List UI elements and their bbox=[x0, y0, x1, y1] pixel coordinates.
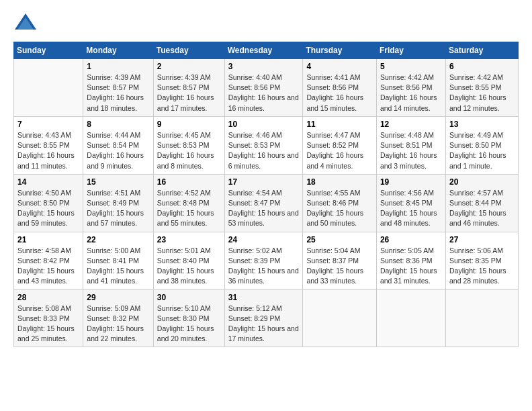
day-info: Sunrise: 5:00 AMSunset: 8:41 PMDaylight:… bbox=[87, 246, 149, 287]
day-info: Sunrise: 5:05 AMSunset: 8:36 PMDaylight:… bbox=[380, 246, 442, 287]
day-number: 31 bbox=[228, 293, 300, 302]
header-cell-sunday: Sunday bbox=[14, 42, 83, 59]
day-number: 8 bbox=[87, 120, 149, 129]
day-cell: 23Sunrise: 5:01 AMSunset: 8:40 PMDayligh… bbox=[153, 232, 224, 289]
header bbox=[13, 11, 519, 35]
day-cell: 30Sunrise: 5:10 AMSunset: 8:30 PMDayligh… bbox=[153, 289, 224, 347]
week-row-2: 14Sunrise: 4:50 AMSunset: 8:50 PMDayligh… bbox=[14, 174, 519, 232]
header-cell-tuesday: Tuesday bbox=[153, 42, 224, 59]
day-number: 6 bbox=[449, 62, 515, 71]
day-number: 7 bbox=[17, 120, 79, 129]
day-number: 13 bbox=[449, 120, 515, 129]
header-row: SundayMondayTuesdayWednesdayThursdayFrid… bbox=[14, 42, 519, 59]
day-number: 30 bbox=[157, 293, 221, 302]
header-cell-saturday: Saturday bbox=[445, 42, 518, 59]
day-cell: 25Sunrise: 5:04 AMSunset: 8:37 PMDayligh… bbox=[303, 232, 377, 289]
week-row-1: 7Sunrise: 4:43 AMSunset: 8:55 PMDaylight… bbox=[14, 116, 519, 174]
header-cell-friday: Friday bbox=[376, 42, 445, 59]
day-cell: 3Sunrise: 4:40 AMSunset: 8:56 PMDaylight… bbox=[224, 59, 303, 117]
day-cell: 29Sunrise: 5:09 AMSunset: 8:32 PMDayligh… bbox=[83, 289, 153, 347]
day-info: Sunrise: 4:45 AMSunset: 8:53 PMDaylight:… bbox=[157, 130, 221, 171]
day-number: 19 bbox=[380, 177, 442, 187]
day-info: Sunrise: 4:44 AMSunset: 8:54 PMDaylight:… bbox=[87, 130, 149, 171]
day-cell: 2Sunrise: 4:39 AMSunset: 8:57 PMDaylight… bbox=[153, 59, 224, 117]
day-cell: 1Sunrise: 4:39 AMSunset: 8:57 PMDaylight… bbox=[83, 59, 153, 117]
day-info: Sunrise: 4:58 AMSunset: 8:42 PMDaylight:… bbox=[17, 246, 79, 287]
day-info: Sunrise: 4:47 AMSunset: 8:52 PMDaylight:… bbox=[306, 130, 373, 171]
day-number: 10 bbox=[228, 120, 300, 129]
day-cell: 9Sunrise: 4:45 AMSunset: 8:53 PMDaylight… bbox=[153, 116, 224, 174]
day-info: Sunrise: 5:09 AMSunset: 8:32 PMDaylight:… bbox=[87, 304, 149, 345]
day-cell: 27Sunrise: 5:06 AMSunset: 8:35 PMDayligh… bbox=[445, 232, 518, 289]
day-info: Sunrise: 4:52 AMSunset: 8:48 PMDaylight:… bbox=[157, 188, 221, 229]
day-info: Sunrise: 4:42 AMSunset: 8:55 PMDaylight:… bbox=[449, 73, 515, 113]
day-cell: 4Sunrise: 4:41 AMSunset: 8:56 PMDaylight… bbox=[303, 59, 377, 117]
day-cell: 17Sunrise: 4:54 AMSunset: 8:47 PMDayligh… bbox=[224, 174, 303, 232]
day-info: Sunrise: 5:08 AMSunset: 8:33 PMDaylight:… bbox=[17, 304, 79, 345]
day-number: 26 bbox=[380, 235, 442, 244]
day-number: 14 bbox=[17, 177, 79, 187]
day-cell: 11Sunrise: 4:47 AMSunset: 8:52 PMDayligh… bbox=[303, 116, 377, 174]
day-info: Sunrise: 4:57 AMSunset: 8:44 PMDaylight:… bbox=[449, 188, 515, 229]
day-info: Sunrise: 4:41 AMSunset: 8:56 PMDaylight:… bbox=[306, 73, 373, 113]
day-number: 20 bbox=[449, 177, 515, 187]
day-cell: 8Sunrise: 4:44 AMSunset: 8:54 PMDaylight… bbox=[83, 116, 153, 174]
day-number: 28 bbox=[17, 293, 79, 302]
day-number: 23 bbox=[157, 235, 221, 244]
day-cell bbox=[376, 289, 445, 347]
day-number: 5 bbox=[380, 62, 442, 71]
day-cell: 19Sunrise: 4:56 AMSunset: 8:45 PMDayligh… bbox=[376, 174, 445, 232]
day-number: 3 bbox=[228, 62, 300, 71]
day-number: 22 bbox=[87, 235, 149, 244]
day-cell: 24Sunrise: 5:02 AMSunset: 8:39 PMDayligh… bbox=[224, 232, 303, 289]
day-number: 11 bbox=[306, 120, 373, 129]
day-cell: 6Sunrise: 4:42 AMSunset: 8:55 PMDaylight… bbox=[445, 59, 518, 117]
day-info: Sunrise: 5:02 AMSunset: 8:39 PMDaylight:… bbox=[228, 246, 300, 287]
logo bbox=[13, 11, 42, 35]
day-cell: 22Sunrise: 5:00 AMSunset: 8:41 PMDayligh… bbox=[83, 232, 153, 289]
day-number: 27 bbox=[449, 235, 515, 244]
day-info: Sunrise: 4:40 AMSunset: 8:56 PMDaylight:… bbox=[228, 73, 300, 113]
day-number: 4 bbox=[306, 62, 373, 71]
day-info: Sunrise: 4:48 AMSunset: 8:51 PMDaylight:… bbox=[380, 130, 442, 171]
day-info: Sunrise: 4:42 AMSunset: 8:56 PMDaylight:… bbox=[380, 73, 442, 113]
day-number: 29 bbox=[87, 293, 149, 302]
day-number: 17 bbox=[228, 177, 300, 187]
header-cell-thursday: Thursday bbox=[303, 42, 377, 59]
day-cell: 31Sunrise: 5:12 AMSunset: 8:29 PMDayligh… bbox=[224, 289, 303, 347]
day-info: Sunrise: 4:56 AMSunset: 8:45 PMDaylight:… bbox=[380, 188, 442, 229]
day-info: Sunrise: 5:01 AMSunset: 8:40 PMDaylight:… bbox=[157, 246, 221, 287]
day-cell: 5Sunrise: 4:42 AMSunset: 8:56 PMDaylight… bbox=[376, 59, 445, 117]
day-cell: 16Sunrise: 4:52 AMSunset: 8:48 PMDayligh… bbox=[153, 174, 224, 232]
day-cell: 12Sunrise: 4:48 AMSunset: 8:51 PMDayligh… bbox=[376, 116, 445, 174]
day-info: Sunrise: 4:55 AMSunset: 8:46 PMDaylight:… bbox=[306, 188, 373, 229]
day-cell bbox=[14, 59, 83, 117]
day-cell: 20Sunrise: 4:57 AMSunset: 8:44 PMDayligh… bbox=[445, 174, 518, 232]
day-number: 25 bbox=[306, 235, 373, 244]
day-number: 12 bbox=[380, 120, 442, 129]
day-number: 18 bbox=[306, 177, 373, 187]
week-row-3: 21Sunrise: 4:58 AMSunset: 8:42 PMDayligh… bbox=[14, 232, 519, 289]
day-number: 9 bbox=[157, 120, 221, 129]
day-number: 21 bbox=[17, 235, 79, 244]
logo-icon bbox=[13, 11, 38, 35]
day-cell: 18Sunrise: 4:55 AMSunset: 8:46 PMDayligh… bbox=[303, 174, 377, 232]
day-cell: 14Sunrise: 4:50 AMSunset: 8:50 PMDayligh… bbox=[14, 174, 83, 232]
day-info: Sunrise: 4:39 AMSunset: 8:57 PMDaylight:… bbox=[87, 73, 149, 113]
day-cell bbox=[303, 289, 377, 347]
day-info: Sunrise: 5:10 AMSunset: 8:30 PMDaylight:… bbox=[157, 304, 221, 345]
day-info: Sunrise: 5:12 AMSunset: 8:29 PMDaylight:… bbox=[228, 304, 300, 345]
day-cell: 21Sunrise: 4:58 AMSunset: 8:42 PMDayligh… bbox=[14, 232, 83, 289]
day-cell bbox=[445, 289, 518, 347]
day-info: Sunrise: 4:50 AMSunset: 8:50 PMDaylight:… bbox=[17, 188, 79, 229]
header-cell-monday: Monday bbox=[83, 42, 153, 59]
day-info: Sunrise: 4:51 AMSunset: 8:49 PMDaylight:… bbox=[87, 188, 149, 229]
day-number: 2 bbox=[157, 62, 221, 71]
day-cell: 26Sunrise: 5:05 AMSunset: 8:36 PMDayligh… bbox=[376, 232, 445, 289]
day-info: Sunrise: 5:06 AMSunset: 8:35 PMDaylight:… bbox=[449, 246, 515, 287]
day-info: Sunrise: 4:43 AMSunset: 8:55 PMDaylight:… bbox=[17, 130, 79, 171]
calendar-table: SundayMondayTuesdayWednesdayThursdayFrid… bbox=[13, 42, 519, 347]
day-number: 15 bbox=[87, 177, 149, 187]
day-info: Sunrise: 4:39 AMSunset: 8:57 PMDaylight:… bbox=[157, 73, 221, 113]
day-cell: 15Sunrise: 4:51 AMSunset: 8:49 PMDayligh… bbox=[83, 174, 153, 232]
